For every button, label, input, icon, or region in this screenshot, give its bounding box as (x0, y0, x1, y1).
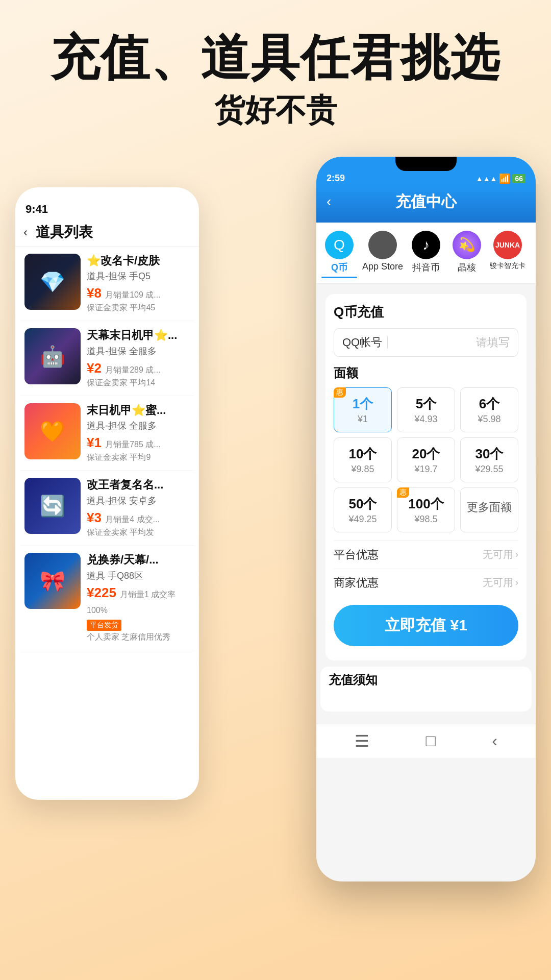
item-name: 兑换券/天幕/... (87, 553, 190, 568)
list-item[interactable]: 🔄 改王者复名名... 道具-担保 安卓多 ¥3 月销量4 成交... 保证金卖… (20, 471, 194, 546)
amount-cell-100[interactable]: 惠 100个 ¥98.5 (397, 487, 455, 532)
hero-section: 充值、道具任君挑选 货好不贵 (0, 0, 551, 146)
item-info: ⭐改名卡/皮肤 道具-担保 手Q5 ¥8 月销量109 成... 保证金卖家 平… (87, 254, 190, 314)
amount-cell-50[interactable]: 50个 ¥49.25 (334, 487, 392, 532)
back-phone: 9:41 ‹ 道具列表 💎 ⭐改名卡/皮肤 道具-担保 手Q5 ¥8 月销量10… (15, 187, 199, 800)
tab-tiktok-label: 抖音币 (412, 261, 440, 274)
amount-cell-6[interactable]: 6个 ¥5.98 (460, 387, 518, 432)
tiktok-icon: ♪ (412, 231, 440, 259)
phone-notch (395, 157, 457, 171)
item-price: ¥1 月销量785 成... (87, 435, 190, 451)
platform-promo-value: 无可用 › (483, 548, 518, 561)
qq-account-label: QQ帐号 (342, 335, 382, 350)
tab-qq-label: Q币 (331, 261, 347, 274)
platform-promo-row[interactable]: 平台优惠 无可用 › (334, 541, 518, 569)
item-tag: 道具 手Q88区 (87, 570, 190, 582)
tab-junka[interactable]: JUNKA 骏卡智充卡 (490, 231, 525, 278)
tab-active-indicator (321, 277, 357, 278)
amount-main: 1个 (339, 395, 386, 413)
junka-icon: JUNKA (493, 231, 522, 259)
tab-bar: Q Q币 App Store ♪ 抖音币 💫 晶核 JUNKA 骏卡智充卡 (316, 223, 536, 284)
back-phone-time: 9:41 (15, 198, 199, 218)
item-guarantee: 保证金卖家 平均14 (87, 378, 190, 388)
amount-sub: ¥29.55 (466, 464, 513, 475)
tab-junka-label: 骏卡智充卡 (490, 261, 525, 271)
front-phone: 2:59 ▲▲▲ 📶 66 ‹ 充值中心 Q Q币 App Store (316, 157, 536, 881)
promo-arrow-icon: › (515, 549, 518, 560)
amount-cell-1[interactable]: 惠 1个 ¥1 (334, 387, 392, 432)
charge-button[interactable]: 立即充值 ¥1 (334, 605, 518, 646)
front-status-time: 2:59 (327, 173, 345, 184)
amount-main: 20个 (403, 445, 449, 463)
item-image: 🧡 (24, 403, 81, 459)
item-price: ¥225 月销量1 成交率100% (87, 585, 190, 617)
amount-cell-more[interactable]: 更多面额 (460, 487, 518, 532)
list-item[interactable]: 🧡 末日机甲⭐蜜... 道具-担保 全服多 ¥1 月销量785 成... 保证金… (20, 396, 194, 471)
item-guarantee: 保证金卖家 平均9 (87, 452, 190, 463)
amount-cell-10[interactable]: 10个 ¥9.85 (334, 437, 392, 482)
item-info: 末日机甲⭐蜜... 道具-担保 全服多 ¥1 月销量785 成... 保证金卖家… (87, 403, 190, 463)
merchant-promo-text: 无可用 (483, 576, 513, 590)
notice-section: 充值须知 (320, 667, 532, 712)
item-price: ¥3 月销量4 成交... (87, 510, 190, 526)
amount-sub: ¥19.7 (403, 464, 449, 475)
list-item[interactable]: 💎 ⭐改名卡/皮肤 道具-担保 手Q5 ¥8 月销量109 成... 保证金卖家… (20, 247, 194, 322)
discount-badge: 惠 (334, 387, 346, 398)
amount-main: 6个 (466, 395, 513, 413)
amount-sub: ¥5.98 (466, 414, 513, 425)
item-image: 🔄 (24, 478, 81, 534)
qq-account-placeholder: 请填写 (393, 335, 510, 350)
front-back-arrow-icon[interactable]: ‹ (327, 193, 331, 210)
input-divider (387, 336, 388, 349)
amount-sub: ¥9.85 (339, 464, 386, 475)
item-guarantee: 保证金卖家 平均45 (87, 303, 190, 313)
platform-promo-text: 无可用 (483, 548, 513, 561)
item-info: 兑换券/天幕/... 道具 手Q88区 ¥225 月销量1 成交率100% 平台… (87, 553, 190, 643)
item-name: 改王者复名名... (87, 478, 190, 493)
amount-sub: ¥4.93 (403, 414, 449, 425)
item-emoji: 🔄 (40, 494, 65, 518)
qq-icon: Q (325, 231, 354, 259)
battery-badge: 66 (512, 174, 525, 183)
back-arrow-icon[interactable]: ‹ (23, 225, 28, 239)
promo-arrow-icon2: › (515, 577, 518, 588)
crystal-icon: 💫 (453, 231, 481, 259)
nav-home-icon[interactable]: □ (425, 731, 435, 750)
discount-badge-100: 惠 (397, 487, 409, 498)
list-item[interactable]: 🎀 兑换券/天幕/... 道具 手Q88区 ¥225 月销量1 成交率100% … (20, 546, 194, 650)
list-item[interactable]: 🤖 天幕末日机甲⭐... 道具-担保 全服多 ¥2 月销量289 成... 保证… (20, 321, 194, 396)
amount-cell-30[interactable]: 30个 ¥29.55 (460, 437, 518, 482)
qq-account-input-row[interactable]: QQ帐号 请填写 (334, 328, 518, 357)
amount-cell-5[interactable]: 5个 ¥4.93 (397, 387, 455, 432)
item-emoji: 💎 (40, 270, 65, 293)
tab-crystal-label: 晶核 (458, 261, 476, 274)
tab-qq[interactable]: Q Q币 (321, 231, 357, 278)
amount-sub: ¥98.5 (403, 514, 449, 525)
amount-cell-20[interactable]: 20个 ¥19.7 (397, 437, 455, 482)
front-app-header: ‹ 充值中心 (316, 186, 536, 223)
amount-grid: 惠 1个 ¥1 5个 ¥4.93 6个 ¥5.98 10个 ¥9.85 (334, 387, 518, 532)
merchant-promo-row[interactable]: 商家优惠 无可用 › (334, 569, 518, 597)
platform-promo-label: 平台优惠 (334, 547, 379, 562)
item-list: 💎 ⭐改名卡/皮肤 道具-担保 手Q5 ¥8 月销量109 成... 保证金卖家… (15, 247, 199, 650)
signal-icon: ▲▲▲ (476, 175, 497, 183)
back-phone-title: 道具列表 (36, 223, 93, 242)
item-name: 末日机甲⭐蜜... (87, 403, 190, 418)
item-info: 改王者复名名... 道具-担保 安卓多 ¥3 月销量4 成交... 保证金卖家 … (87, 478, 190, 538)
tab-crystal[interactable]: 💫 晶核 (449, 231, 485, 278)
item-image: 💎 (24, 254, 81, 310)
tab-appstore[interactable]: App Store (362, 231, 403, 278)
merchant-promo-label: 商家优惠 (334, 575, 379, 591)
nav-back-icon[interactable]: ‹ (492, 731, 497, 750)
item-guarantee: 保证金卖家 平均发 (87, 527, 190, 538)
bottom-nav: ☰ □ ‹ (316, 724, 536, 758)
back-phone-header: ‹ 道具列表 (15, 218, 199, 247)
phones-container: 9:41 ‹ 道具列表 💎 ⭐改名卡/皮肤 道具-担保 手Q5 ¥8 月销量10… (0, 157, 551, 897)
hero-subtitle: 货好不贵 (20, 90, 531, 131)
amount-main: 10个 (339, 445, 386, 463)
recharge-panel: Q币充值 QQ帐号 请填写 面额 惠 1个 ¥1 5个 (325, 294, 527, 660)
tab-tiktok[interactable]: ♪ 抖音币 (408, 231, 444, 278)
nav-menu-icon[interactable]: ☰ (355, 731, 369, 751)
item-tag: 道具-担保 全服多 (87, 420, 190, 432)
platform-badge: 平台发货 (87, 620, 121, 631)
